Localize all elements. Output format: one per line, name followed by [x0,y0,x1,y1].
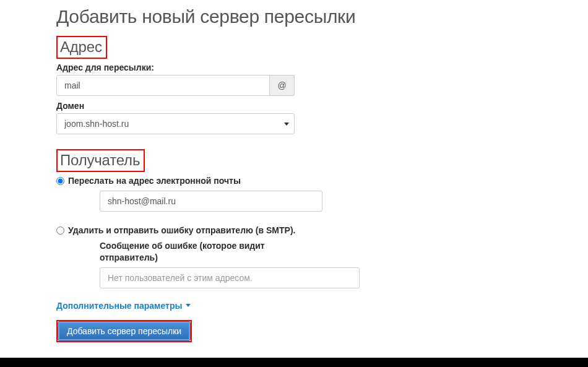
forward-radio[interactable] [56,177,64,185]
forward-option-label: Переслать на адрес электронной почты [68,176,241,186]
error-message-block: Сообщение об ошибке (которое видит отпра… [100,240,427,288]
error-message-label: Сообщение об ошибке (которое видит отпра… [100,240,310,264]
domain-select[interactable]: joom.shn-host.ru [56,113,295,134]
discard-option-row[interactable]: Удалить и отправить ошибку отправителю (… [56,225,427,235]
forward-address-label: Адрес для пересылки: [56,63,427,72]
discard-radio[interactable] [56,227,64,235]
forward-email-input[interactable] [100,191,322,212]
at-addon: @ [270,75,295,96]
submit-highlight: Добавить сервер пересылки [56,320,192,342]
page-title: Добавить новый сервер пересылки [56,6,427,27]
recipient-heading: Получатель [56,149,145,172]
address-heading: Адрес [56,36,107,59]
forward-address-input[interactable] [56,75,270,96]
forward-address-group: @ [56,75,295,96]
error-message-input[interactable] [100,267,360,288]
discard-option-label: Удалить и отправить ошибку отправителю (… [68,225,295,235]
forward-email-block [100,191,427,212]
forward-option-row[interactable]: Переслать на адрес электронной почты [56,176,427,186]
submit-button[interactable]: Добавить сервер пересылки [58,321,191,341]
chevron-down-icon [186,304,191,307]
more-options-link[interactable]: Дополнительные параметры [56,301,191,311]
address-section: Адрес Адрес для пересылки: @ Домен joom.… [56,36,427,134]
domain-label: Домен [56,101,427,111]
more-options-label: Дополнительные параметры [56,301,182,311]
bottom-bar [0,358,588,367]
recipient-section: Получатель Переслать на адрес электронно… [56,149,427,288]
